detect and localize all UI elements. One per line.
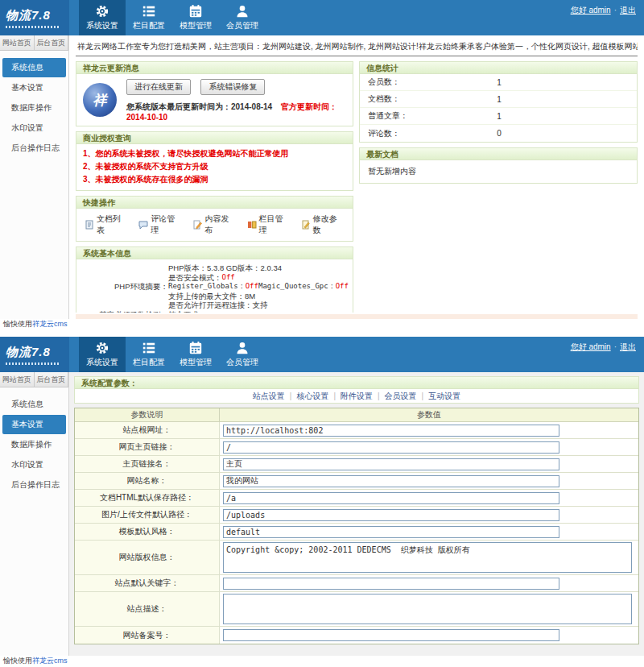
list-icon [142, 341, 156, 355]
tab-separator: | [422, 392, 424, 400]
config-site_url-input[interactable] [223, 425, 559, 437]
sidebar-tab-site-home[interactable]: 网站首页 [0, 372, 35, 387]
config-homepage_link-input[interactable] [223, 441, 559, 454]
stat-label: 会员数： [368, 77, 497, 88]
stat-label: 文档数： [368, 93, 497, 105]
sidebar-menu: 系统信息基本设置数据库操作水印设置后台操作日志 [0, 387, 68, 495]
stats-panel: 信息统计 会员数：1文档数：1普通文章：1评论数：0 [359, 61, 638, 143]
quick-action-label: 评论管理 [151, 213, 182, 236]
sidebar-item-basic[interactable]: 基本设置 [0, 78, 68, 97]
config-tab-interaction[interactable]: 互动设置 [428, 392, 460, 400]
nav-item-member[interactable]: 会员管理 [219, 337, 266, 372]
config-label-homepage_linkname: 主页链接名： [75, 456, 220, 472]
stat-row: 普通文章：1 [360, 108, 637, 125]
footer-cms-link[interactable]: 祥龙云cms [32, 320, 68, 328]
sidebar-item-sysinfo[interactable]: 系统信息 [2, 58, 66, 77]
config-row-homepage_link: 网页主页链接： [75, 439, 638, 456]
sidebar-item-log[interactable]: 后台操作日志 [0, 139, 68, 158]
config-icp_number-input[interactable] [223, 629, 559, 641]
tab-separator: | [333, 392, 336, 400]
site-logo[interactable]: 物流7.8 [0, 337, 69, 372]
error-fix-button[interactable]: 系统错误修复 [200, 79, 265, 95]
logout-link[interactable]: 退出 [620, 6, 636, 14]
sidebar-tab-admin-home[interactable]: 后台首页 [35, 372, 69, 387]
notice-bar: 祥龙云网络工作室专为您打造精美网，站主营项目：龙州网站建设, 龙州网站制作, 龙… [76, 39, 638, 56]
sidebar-item-watermark[interactable]: 水印设置 [0, 118, 68, 138]
stat-value: 1 [497, 112, 502, 121]
quick-action-publish[interactable]: 内容发布 [192, 213, 236, 236]
sidebar-item-log[interactable]: 后台操作日志 [0, 475, 68, 495]
logout-link[interactable]: 退出 [620, 342, 636, 351]
latest-docs-panel: 最新文档 暂无新增内容 [359, 147, 638, 184]
quick-panel-title: 快捷操作 [76, 197, 353, 209]
nav-item-member[interactable]: 会员管理 [219, 0, 266, 35]
greeting-link[interactable]: 您好 admin [571, 342, 611, 351]
config-doc_html_path-input[interactable] [223, 492, 559, 504]
config-row-doc_html_path: 文档HTML默认保存路径： [75, 490, 638, 507]
list-icon [142, 4, 156, 19]
config-upload_path-input[interactable] [223, 509, 559, 521]
footer-cms-link[interactable]: 祥龙云cms [32, 657, 68, 665]
config-main: 系统配置参数： 站点设置|核心设置|附件设置|会员设置|互动设置 参数说明 参数… [69, 372, 644, 656]
update-panel: 祥龙云更新消息 祥 进行在线更新 系统错误修复 您系统版本最后更新时间为：201… [76, 61, 353, 126]
gear-icon [95, 341, 109, 355]
nav-item-label: 栏目配置 [133, 357, 165, 368]
php-env-label: PHP环境摘要： [83, 282, 168, 292]
config-label-upload_path: 图片/上传文件默认路径： [75, 507, 220, 523]
config-tab-core[interactable]: 核心设置 [296, 392, 328, 400]
sidebar-tab-admin-home[interactable]: 后台首页 [35, 35, 69, 51]
sidebar-item-basic[interactable]: 基本设置 [2, 415, 66, 434]
remote-connect-text: 是否允许打开远程连接：支持 [168, 300, 268, 310]
quick-action-params[interactable]: 修改参数 [301, 213, 345, 236]
sidebar-menu: 系统信息基本设置数据库操作水印设置后台操作日志 [0, 51, 68, 158]
site-logo[interactable]: 物流7.8 [0, 0, 69, 35]
stat-row: 会员数：1 [360, 74, 637, 91]
logo-text: 物流7.8 [6, 8, 69, 23]
config-default_keywords-input[interactable] [223, 578, 559, 590]
config-row-icp_number: 网站备案号： [75, 627, 638, 644]
logo-text: 物流7.8 [6, 345, 69, 360]
publish-icon [192, 220, 202, 230]
nav-item-model[interactable]: 模型管理 [172, 337, 219, 372]
config-label-template_style: 模板默认风格： [75, 524, 220, 540]
config-template_style-input[interactable] [223, 526, 559, 538]
nav-item-system[interactable]: 系统设置 [79, 337, 126, 372]
sidebar-item-watermark[interactable]: 水印设置 [0, 455, 68, 474]
latest-panel-title: 最新文档 [360, 148, 637, 160]
quick-actions-panel: 快捷操作 文档列表评论管理内容发布栏目管理修改参数 [76, 196, 353, 242]
greeting-link[interactable]: 您好 admin [571, 6, 611, 14]
sidebar-tab-site-home[interactable]: 网站首页 [0, 35, 35, 51]
quick-action-column[interactable]: 栏目管理 [247, 213, 291, 236]
sidebar: 网站首页后台首页 系统信息基本设置数据库操作水印设置后台操作日志 [0, 35, 69, 319]
config-tab-attachment[interactable]: 附件设置 [341, 392, 373, 400]
config-label-default_keywords: 站点默认关键字： [75, 575, 220, 591]
online-update-button[interactable]: 进行在线更新 [126, 79, 191, 95]
config-section-title: 系统配置参数： [75, 377, 638, 389]
config-row-site_description: 站点描述： [75, 592, 638, 627]
func-check-label: 其它必须函数检测： [83, 310, 168, 313]
config-tab-site[interactable]: 站点设置 [253, 392, 285, 400]
sidebar-item-sysinfo[interactable]: 系统信息 [0, 395, 68, 414]
sidebar-item-database[interactable]: 数据库操作 [0, 435, 68, 454]
nav-item-column[interactable]: 栏目配置 [126, 337, 172, 372]
quick-action-comment[interactable]: 评论管理 [138, 213, 182, 236]
dashboard-screen: 物流7.8 系统设置栏目配置模型管理会员管理 您好 admin·退出 网站首页后… [0, 0, 644, 330]
sidebar-tabs: 网站首页后台首页 [0, 372, 68, 387]
nav-item-column[interactable]: 栏目配置 [126, 0, 172, 35]
nav-item-system[interactable]: 系统设置 [79, 0, 126, 35]
stat-value: 0 [497, 129, 502, 138]
quick-action-doc-list[interactable]: 文档列表 [85, 213, 128, 236]
register-globals-value: Off [246, 282, 258, 292]
max-upload-text: 支持上传的最大文件：8M [168, 292, 255, 301]
config-tab-member[interactable]: 会员设置 [385, 392, 417, 400]
config-site_description-textarea[interactable] [223, 594, 632, 624]
config-header-panel: 系统配置参数： 站点设置|核心设置|附件设置|会员设置|互动设置 [74, 376, 639, 404]
latest-empty-text: 暂无新增内容 [360, 160, 637, 183]
config-homepage_linkname-input[interactable] [223, 458, 559, 470]
sidebar-item-database[interactable]: 数据库操作 [0, 98, 68, 118]
config-site_name-input[interactable] [223, 475, 559, 487]
config-copyright-textarea[interactable]: Copyright &copy; 2002-2011 DEDECMS 织梦科技 … [223, 542, 632, 573]
logo-tagline [6, 26, 59, 28]
column-header-value: 参数值 [220, 408, 638, 421]
nav-item-model[interactable]: 模型管理 [172, 0, 219, 35]
